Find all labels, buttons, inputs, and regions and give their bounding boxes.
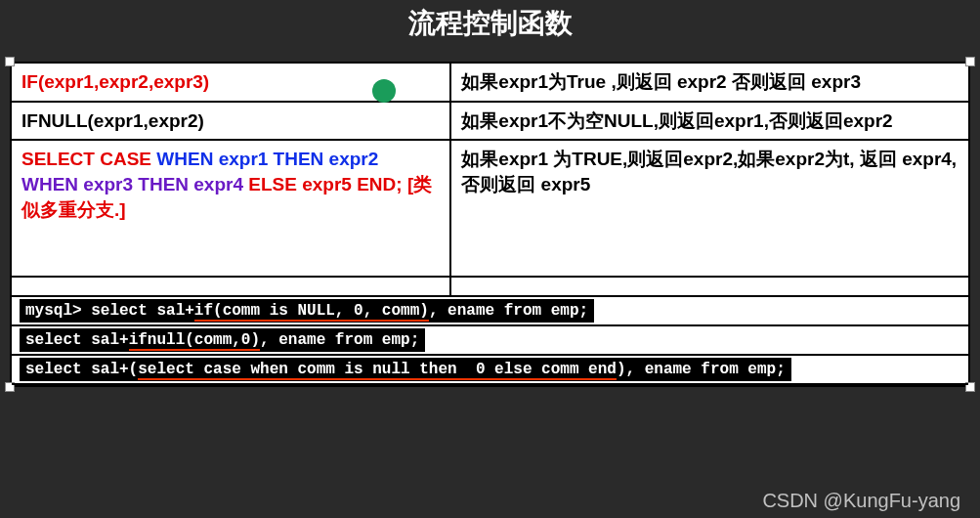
code-block: mysql> select sal+if(comm is NULL, 0, co… bbox=[20, 299, 594, 323]
code-text: , ename from emp; bbox=[429, 302, 588, 320]
code-row: select sal+ifnull(comm,0), ename from em… bbox=[12, 326, 968, 356]
code-row: select sal+(select case when comm is nul… bbox=[12, 356, 968, 385]
page-title: 流程控制函数 bbox=[0, 0, 980, 62]
description-cell: 如果expr1不为空NULL,则返回expr1,否则返回expr2 bbox=[451, 103, 968, 140]
syntax-span: WHEN expr3 THEN expr4 bbox=[21, 174, 248, 194]
table-row: SELECT CASE WHEN expr1 THEN expr2 WHEN e… bbox=[12, 141, 968, 278]
function-cell: IF(expr1,expr2,expr3) bbox=[12, 64, 451, 101]
table-row: IF(expr1,expr2,expr3)如果expr1为True ,则返回 e… bbox=[12, 64, 968, 103]
syntax-span: SELECT CASE bbox=[21, 149, 156, 169]
syntax-span: ELSE expr5 END; bbox=[248, 174, 407, 194]
watermark: CSDN @KungFu-yang bbox=[762, 490, 960, 512]
function-cell: SELECT CASE WHEN expr1 THEN expr2 WHEN e… bbox=[12, 141, 451, 276]
highlight-dot-icon bbox=[372, 79, 396, 103]
table-row: IFNULL(expr1,expr2)如果expr1不为空NULL,则返回exp… bbox=[12, 103, 968, 142]
code-block: select sal+(select case when comm is nul… bbox=[20, 358, 791, 381]
syntax-span: IF(expr1,expr2,expr3) bbox=[21, 71, 209, 92]
code-text: mysql> select sal+ bbox=[25, 302, 194, 320]
table-container: IF(expr1,expr2,expr3)如果expr1为True ,则返回 e… bbox=[10, 62, 970, 387]
syntax-span: IFNULL(expr1,expr2) bbox=[21, 110, 204, 131]
code-block: select sal+ifnull(comm,0), ename from em… bbox=[20, 328, 425, 352]
code-underline: select case when comm is null then 0 els… bbox=[138, 361, 617, 380]
divider-row bbox=[12, 278, 968, 297]
description-cell: 如果expr1 为TRUE,则返回expr2,如果expr2为t, 返回 exp… bbox=[451, 141, 968, 276]
code-underline: ifnull(comm,0) bbox=[129, 331, 260, 351]
code-underline: if(comm is NULL, 0, comm) bbox=[194, 302, 429, 322]
code-text: select sal+ bbox=[25, 331, 129, 349]
code-row: mysql> select sal+if(comm is NULL, 0, co… bbox=[12, 297, 968, 326]
code-text: select sal+( bbox=[25, 361, 138, 378]
code-text: ), ename from emp; bbox=[617, 361, 786, 378]
code-text: , ename from emp; bbox=[260, 331, 419, 349]
description-cell: 如果expr1为True ,则返回 expr2 否则返回 expr3 bbox=[451, 64, 968, 101]
syntax-span: WHEN expr1 THEN expr2 bbox=[156, 149, 378, 169]
function-cell: IFNULL(expr1,expr2) bbox=[12, 103, 451, 140]
